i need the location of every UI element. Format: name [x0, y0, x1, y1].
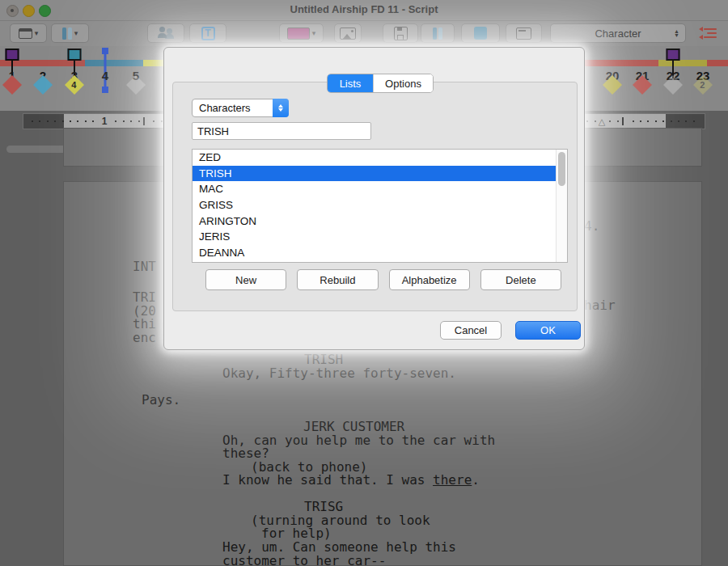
toolbar: ▾ ▾ T ▾ Character ▲▼ — [0, 21, 728, 47]
ruler-tick — [693, 120, 695, 122]
margin-marker-icon[interactable]: △ — [599, 116, 605, 127]
popup-stepper-icon — [273, 99, 289, 117]
delete-button[interactable]: Delete — [480, 269, 561, 290]
script-line[interactable]: enc — [133, 332, 156, 344]
ruler-tick — [609, 120, 611, 122]
list-type-popup[interactable]: Characters — [192, 99, 289, 117]
element-dropdown[interactable]: Character ▲▼ — [550, 23, 686, 43]
scene-color-button[interactable]: ▾ — [279, 23, 324, 43]
ok-button[interactable]: OK — [515, 321, 581, 340]
scene-flag-icon — [6, 49, 19, 61]
scene-flag-icon — [667, 49, 680, 61]
text-format-button[interactable]: T — [189, 23, 226, 43]
script-line[interactable]: TRISG — [304, 501, 343, 513]
character-list: ZEDTRISHMACGRISSARINGTONJERISDEANNA — [192, 149, 568, 263]
scene-marker[interactable]: 5 — [118, 46, 154, 111]
dialog-tabbar: Lists Options — [327, 74, 434, 93]
element-settings-button[interactable] — [692, 23, 724, 43]
list-type-value: Characters — [193, 102, 273, 114]
ruler-tick — [678, 120, 679, 122]
script-line[interactable]: 4. — [584, 220, 599, 233]
script-line[interactable]: these? — [222, 447, 269, 460]
rebuild-button[interactable]: Rebuild — [297, 269, 378, 290]
list-action-buttons: NewRebuildAlphabetizeDelete — [205, 269, 561, 290]
insert-image-button[interactable] — [334, 23, 362, 43]
script-line[interactable]: INT — [133, 260, 156, 273]
script-line[interactable]: Pays. — [142, 394, 180, 407]
underlined-word: there — [433, 472, 472, 488]
ruler-tick — [647, 120, 649, 122]
save-button[interactable] — [383, 23, 418, 43]
scene-flag-icon — [68, 49, 82, 61]
chevron-down-icon: ▾ — [74, 30, 78, 37]
alphabetize-button[interactable]: Alphabetize — [389, 269, 470, 290]
ruler-tick — [77, 120, 78, 122]
character-list-item[interactable]: MAC — [193, 181, 567, 197]
character-list-item[interactable]: TRISH — [193, 166, 567, 182]
cancel-button[interactable]: Cancel — [440, 321, 502, 340]
new-button[interactable]: New — [205, 269, 286, 290]
script-line[interactable]: TRI — [133, 291, 156, 304]
script-line[interactable]: Hey, um. Can someone help this — [222, 541, 456, 554]
ruler-tick — [617, 120, 619, 122]
panels-button[interactable]: ▾ — [51, 23, 89, 43]
scrubber-handle[interactable] — [102, 87, 108, 93]
ruler-tick — [633, 120, 634, 122]
tab-lists[interactable]: Lists — [328, 74, 373, 92]
scene-marker[interactable]: 2 — [25, 46, 61, 111]
script-line[interactable]: JERK CUSTOMER — [303, 420, 404, 433]
indent-lines-icon — [699, 27, 717, 39]
chevron-up-down-icon: ▲▼ — [674, 29, 679, 37]
chevron-down-icon: ▾ — [312, 30, 316, 37]
color-swatch-icon — [287, 27, 310, 40]
character-list-item[interactable]: ZED — [193, 150, 567, 166]
tab-options[interactable]: Options — [373, 74, 433, 92]
ruler-tick — [138, 120, 140, 122]
ruler-tick — [130, 120, 132, 122]
view-layout-button[interactable]: ▾ — [10, 23, 47, 43]
script-line[interactable]: TRISH — [304, 353, 343, 366]
scrubber-handle[interactable] — [102, 48, 108, 54]
ruler-tick — [47, 120, 49, 122]
ruler-number-label: 1 — [102, 116, 108, 127]
script-line[interactable]: for help) — [261, 527, 332, 540]
ruler-tick — [655, 120, 657, 122]
ruler-tick — [62, 120, 64, 122]
ruler-tick — [92, 120, 94, 122]
script-line[interactable]: hair — [584, 299, 616, 312]
script-line[interactable]: I know he said that. I was there. — [222, 474, 480, 487]
page-view-button[interactable] — [461, 23, 500, 43]
character-list-item[interactable]: GRISS — [193, 197, 567, 213]
title-bar: Untitled Airship FD 11 - Script — [0, 0, 728, 21]
people-icon — [157, 27, 175, 40]
lists-dialog: Lists Options Characters ZEDTRISHMACGRIS… — [163, 47, 585, 350]
list-scrollbar-thumb[interactable] — [558, 152, 565, 186]
lists-panel: Characters ZEDTRISHMACGRISSARINGTONJERIS… — [172, 82, 578, 311]
save-icon — [394, 27, 408, 40]
character-list-item[interactable]: ARINGTON — [193, 213, 567, 230]
scene-diamond-label: 4 — [72, 80, 77, 90]
character-list-item[interactable]: JERIS — [193, 229, 567, 245]
app-window: Untitled Airship FD 11 - Script ▾ ▾ T ▾ — [0, 0, 728, 566]
character-list-item[interactable]: DEANNA — [193, 245, 567, 261]
ruler-tick — [586, 120, 588, 122]
ruler-tick — [70, 120, 71, 122]
script-line[interactable]: customer to her car-- — [222, 555, 386, 566]
ruler-tick — [671, 120, 672, 122]
list-scrollbar-track[interactable] — [556, 150, 567, 262]
ruler-tick — [640, 120, 641, 122]
index-card-button[interactable] — [506, 23, 542, 43]
blue-square-icon — [474, 27, 487, 40]
ruler-tick — [85, 120, 87, 122]
scene-marker[interactable]: 232 — [685, 46, 721, 111]
script-line[interactable]: Okay, Fifty-three forty-seven. — [222, 367, 456, 380]
image-icon — [340, 27, 356, 40]
split-view-button[interactable] — [421, 23, 455, 43]
ruler-major-tick — [143, 117, 145, 125]
chevron-down-icon: ▾ — [35, 30, 39, 37]
name-field[interactable] — [192, 122, 371, 140]
ruler-tick — [685, 120, 687, 122]
script-line[interactable]: thi — [133, 318, 156, 331]
characters-button[interactable] — [147, 23, 184, 43]
ruler-tick — [662, 120, 664, 122]
